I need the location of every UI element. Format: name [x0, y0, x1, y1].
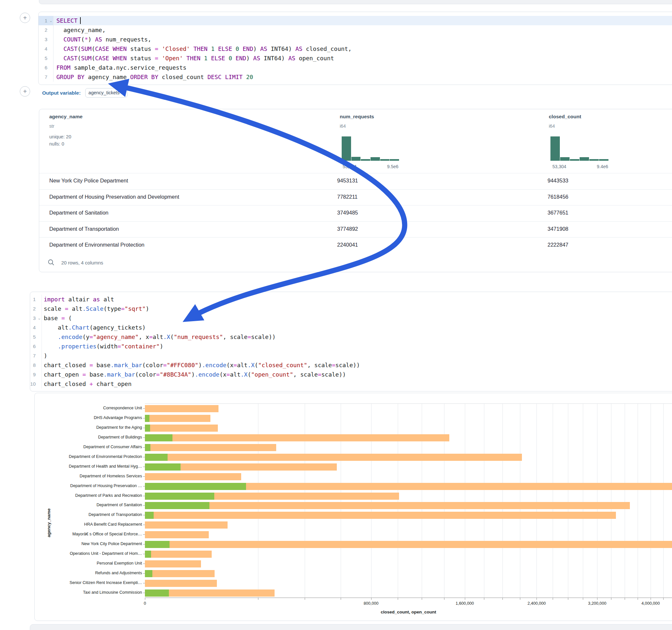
output-variable-row: Output variable: agency_tickets: [42, 88, 127, 98]
x-axis-tick: [536, 598, 537, 600]
chart-gridline: [568, 404, 568, 598]
chart-bar-closed: [145, 541, 672, 548]
sql-code-line: GROUP BY agency_name ORDER BY closed_cou…: [56, 72, 672, 82]
text-cursor: [80, 17, 81, 24]
chart-bar-closed: [145, 444, 276, 451]
y-axis-tick: [143, 418, 145, 418]
chart-bar-closed: [145, 531, 209, 538]
sql-cell-card[interactable]: 1⌄234567 SELECT agency_name, COUNT(*) AS…: [38, 12, 672, 85]
y-axis-label: Department of Housing Preservation …: [35, 484, 142, 488]
chart-bar-open: [145, 512, 154, 519]
y-axis-tick: [143, 525, 145, 525]
python-line-number: 9: [30, 370, 42, 379]
histogram-bar: [560, 157, 570, 161]
chart-plot-area: [145, 404, 672, 598]
add-cell-button-top[interactable]: +: [20, 13, 30, 23]
table-footer-text: 20 rows, 4 columns: [61, 260, 103, 265]
x-axis-tick: [484, 598, 484, 600]
histogram-bar: [589, 159, 599, 161]
column-header-closed-count[interactable]: closed_count: [549, 114, 581, 120]
y-axis-label: Department of Buildings: [35, 435, 142, 439]
histogram-bar: [370, 157, 380, 161]
sql-code-editor[interactable]: SELECT agency_name, COUNT(*) AS num_requ…: [53, 16, 672, 82]
chart-gridline: [502, 404, 503, 598]
chart-bar-closed: [145, 405, 218, 412]
chart-bar-closed: [145, 415, 210, 422]
cell-closed-count: 2222847: [548, 242, 568, 248]
cell-agency-name: Department of Environmental Protection: [49, 242, 144, 248]
table-row: Department of Sanitation37494853677651: [39, 205, 672, 221]
closed-count-hist-min: 53,304: [552, 164, 566, 169]
chart-gridline: [625, 404, 625, 598]
x-axis-tick: [465, 598, 465, 600]
sql-code-line: COUNT(*) AS num_requests,: [56, 35, 672, 44]
chart-x-axis-title: closed_count, open_count: [381, 610, 436, 614]
x-axis-label: 2,400,000: [527, 601, 546, 606]
add-cell-button-middle[interactable]: +: [20, 86, 30, 97]
table-row: Department of Housing Preservation and D…: [39, 189, 672, 205]
chart-bar-open: [145, 541, 170, 548]
histogram-bar: [580, 157, 589, 161]
y-axis-label: Department for the Aging: [35, 425, 142, 430]
chart-gridline: [611, 404, 611, 598]
y-axis-label: Department of Transportation: [35, 512, 142, 517]
python-cell-card[interactable]: 123⌄45678910 import altair as altscale =…: [30, 292, 672, 391]
chart-gridline: [583, 404, 583, 598]
python-line-number-gutter: 123⌄45678910: [30, 295, 42, 389]
column-header-num-requests[interactable]: num_requests: [340, 114, 374, 120]
python-code-line: ): [44, 351, 672, 360]
histogram-bar: [361, 159, 370, 161]
x-axis-tick: [502, 598, 503, 600]
chart-gridline: [465, 404, 465, 598]
chart-gridline: [597, 404, 597, 598]
x-axis-tick: [583, 598, 583, 600]
y-axis-label: Taxi and Limousine Commission: [35, 590, 142, 595]
sql-line-number: 6: [39, 63, 53, 72]
sql-code-line: CAST(SUM(CASE WHEN status = 'Open' THEN …: [56, 53, 672, 63]
chart-bar-closed: [145, 560, 201, 567]
cell-agency-name: Department of Transportation: [49, 226, 119, 232]
x-axis-label: 3,200,000: [588, 601, 606, 606]
closed-count-hist-max: 9.4e6: [597, 164, 608, 169]
y-axis-label: Department of Consumer Affairs: [35, 445, 142, 449]
table-footer: 20 rows, 4 columns: [48, 259, 103, 266]
python-code-line: chart_closed = base.mark_bar(color="#FFC…: [44, 360, 672, 370]
altair-chart: agency_name closed_count, open_count 080…: [35, 393, 672, 621]
output-variable-pill[interactable]: agency_tickets: [85, 88, 127, 98]
y-axis-tick: [143, 583, 145, 583]
python-code-line: chart_closed + chart_open: [44, 379, 672, 389]
histogram-bar: [352, 157, 361, 161]
x-axis-tick: [371, 598, 371, 600]
x-axis-tick: [625, 598, 625, 600]
chart-bar-closed: [145, 434, 449, 441]
collapse-caret-icon[interactable]: ⌄: [49, 16, 52, 26]
chart-bar-closed: [145, 502, 630, 509]
column-header-agency-name[interactable]: agency_name: [49, 114, 83, 120]
chart-output-card: agency_name closed_count, open_count 080…: [34, 393, 672, 621]
python-line-number: 1: [30, 295, 42, 304]
collapse-caret-icon[interactable]: ⌄: [38, 314, 41, 323]
cell-closed-count: 7618456: [548, 194, 568, 200]
python-line-number: 6: [30, 342, 42, 351]
y-axis-label: Department of Sanitation: [35, 503, 142, 507]
x-axis-tick: [398, 598, 398, 600]
y-axis-tick: [143, 554, 145, 554]
chart-bar-open: [145, 434, 172, 441]
python-line-number: 7: [30, 351, 42, 360]
x-axis-tick: [258, 598, 258, 600]
cell-num-requests: 7782211: [337, 194, 358, 200]
y-axis-tick: [143, 447, 145, 447]
closed-count-histogram: [550, 137, 609, 161]
x-axis-tick: [305, 598, 305, 600]
next-card-fragment: [30, 624, 672, 630]
y-axis-label: Mayorâ€ s Office of Special Enforce…: [35, 532, 142, 536]
x-axis-tick: [568, 598, 568, 600]
y-axis-tick: [143, 486, 145, 486]
x-axis-label: 0: [144, 601, 146, 606]
python-code-editor[interactable]: import altair as altscale = alt.Scale(ty…: [42, 295, 672, 389]
query-result-table-card: agency_name str unique: 20 nulls: 0 num_…: [39, 109, 672, 272]
x-axis-tick: [520, 598, 520, 600]
y-axis-label: DHS Advantage Programs: [35, 415, 142, 420]
search-icon[interactable]: [48, 259, 55, 266]
python-code-line: import altair as alt: [44, 295, 672, 304]
